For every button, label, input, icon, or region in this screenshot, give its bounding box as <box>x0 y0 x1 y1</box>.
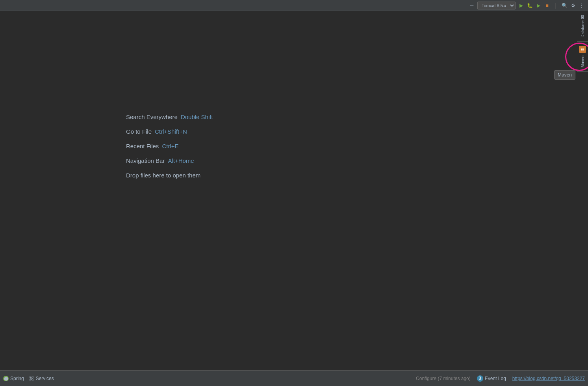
database-label: Database <box>581 21 585 37</box>
search-everywhere-row: Search Everywhere Double Shift <box>126 114 213 120</box>
recent-files-shortcut[interactable]: Ctrl+E <box>162 143 178 149</box>
drop-files-label: Drop files here to open them <box>126 172 200 179</box>
goto-file-row: Go to File Ctrl+Shift+N <box>126 128 213 135</box>
recent-files-row: Recent Files Ctrl+E <box>126 143 213 149</box>
services-status-item[interactable]: ⚙ Services <box>29 376 54 381</box>
maven-label: Maven <box>581 56 585 67</box>
extra-icon[interactable]: ⋮ <box>579 2 585 9</box>
goto-file-label: Go to File <box>126 128 152 135</box>
event-log-badge: 3 <box>477 375 483 382</box>
event-log-label: Event Log <box>485 376 506 381</box>
spring-label: Spring <box>10 376 24 381</box>
services-label: Services <box>36 376 54 381</box>
separator: | <box>553 2 559 9</box>
search-everywhere-label: Search Everywhere <box>126 114 178 120</box>
status-bar: ⬤ Spring ⚙ Services Configure (7 minutes… <box>0 370 588 386</box>
navigation-bar-row: Navigation Bar Alt+Home <box>126 157 213 164</box>
run-config-dropdown[interactable]: Tomcat 8.5.x <box>477 2 516 9</box>
database-icon: 🗄 <box>581 15 584 19</box>
navigation-bar-label: Navigation Bar <box>126 157 165 164</box>
goto-file-shortcut[interactable]: Ctrl+Shift+N <box>155 128 187 135</box>
maven-panel-button[interactable]: m Maven <box>577 42 588 72</box>
debug-icon[interactable]: 🐛 <box>527 2 533 9</box>
maven-tooltip: Maven <box>554 70 575 80</box>
right-panel: 🗄 Database m Maven <box>577 11 588 72</box>
search-icon[interactable]: 🔍 <box>561 2 568 9</box>
navigation-bar-shortcut[interactable]: Alt+Home <box>168 157 194 164</box>
spring-icon: ⬤ <box>3 376 9 381</box>
search-everywhere-shortcut[interactable]: Double Shift <box>181 114 213 120</box>
database-panel-button[interactable]: 🗄 Database <box>577 11 588 42</box>
recent-files-label: Recent Files <box>126 143 159 149</box>
status-right-section: Configure (7 minutes ago) 3 Event Log ht… <box>416 375 585 382</box>
url-link[interactable]: https://blog.csdn.net/qq_50253227 <box>512 376 585 381</box>
run-icon[interactable]: ▶ <box>518 2 524 9</box>
toolbar-minimize-icon[interactable]: ─ <box>469 2 475 9</box>
stop-icon[interactable]: ■ <box>544 2 550 9</box>
settings-icon[interactable]: ⚙ <box>570 2 576 9</box>
welcome-panel: Search Everywhere Double Shift Go to Fil… <box>126 114 213 179</box>
spring-status-item[interactable]: ⬤ Spring <box>3 376 24 381</box>
configure-text: Configure (7 minutes ago) <box>416 376 471 381</box>
services-icon: ⚙ <box>29 376 34 381</box>
top-toolbar: ─ Tomcat 8.5.x ▶ 🐛 ▶ ■ | 🔍 ⚙ ⋮ <box>0 0 588 11</box>
drop-files-row: Drop files here to open them <box>126 172 213 179</box>
maven-icon: m <box>579 46 586 53</box>
main-content-area: Search Everywhere Double Shift Go to Fil… <box>0 11 577 370</box>
event-log-item[interactable]: 3 Event Log <box>477 375 506 382</box>
run-alt-icon[interactable]: ▶ <box>535 2 542 9</box>
